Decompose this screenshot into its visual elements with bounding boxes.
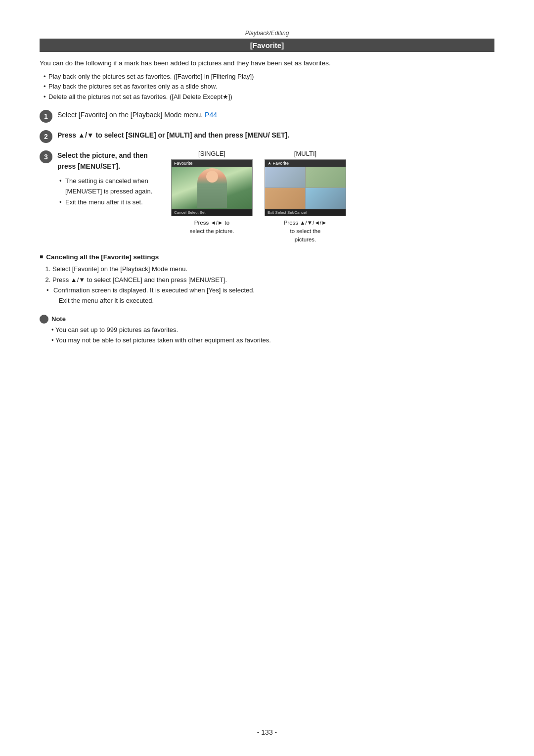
page-footer: - 133 - xyxy=(0,728,534,736)
step-3-content: Select the picture, and then press [MENU… xyxy=(57,150,494,244)
page-number: - 133 - xyxy=(257,728,277,736)
single-caption: Press ◄/► to select the picture. xyxy=(189,219,234,236)
note-icon xyxy=(40,315,48,324)
mini-photo-3 xyxy=(265,188,305,209)
multi-image-col: [MULTI] ★ Favorite xyxy=(265,150,346,244)
step-1-link[interactable]: P44 xyxy=(205,111,217,119)
intro-text: You can do the following if a mark has b… xyxy=(40,58,494,69)
intro-bullet-3: Delete all the pictures not set as favor… xyxy=(44,92,494,102)
step-3-images: [SINGLE] Favourite Cancel xyxy=(171,150,346,244)
step-1-number: 1 xyxy=(40,110,52,123)
step-2: 2 Press ▲/▼ to select [SINGLE] or [MULTI… xyxy=(40,130,494,143)
mini-photo-1 xyxy=(265,167,305,188)
canceling-step-1: Select [Favorite] on the [Playback] Mode… xyxy=(52,264,494,275)
canceling-section: Canceling all the [Favorite] settings Se… xyxy=(40,253,494,306)
canceling-sub-bullet: Confirmation screen is displayed. It is … xyxy=(40,285,494,306)
multi-img-area xyxy=(265,167,346,209)
multi-top-bar: ★ Favorite xyxy=(265,160,346,167)
note-bullet-2: • You may not be able to set pictures ta… xyxy=(51,335,271,346)
mini-photo-2 xyxy=(306,167,346,188)
page-content: Playback/Editing [Favorite] You can do t… xyxy=(0,0,534,385)
multi-bottom-bar: Exit Select Set/Cancel xyxy=(265,209,346,216)
step-1-text: Select [Favorite] on the [Playback] Mode… xyxy=(57,109,217,120)
step-3-sub-1: The setting is canceled when [MENU/SET] … xyxy=(57,176,156,197)
single-img-area xyxy=(172,167,252,209)
single-top-bar: Favourite xyxy=(172,160,252,167)
multi-caption: Press ▲/▼/◄/► to select the pictures. xyxy=(284,219,327,244)
step-3-desc: Select the picture, and then press [MENU… xyxy=(57,150,156,208)
step-3-sub-2: Exit the menu after it is set. xyxy=(57,197,156,208)
person-silhouette xyxy=(197,168,227,208)
step-3-title: Select the picture, and then press [MENU… xyxy=(57,150,156,172)
canceling-steps: Select [Favorite] on the [Playback] Mode… xyxy=(47,264,494,285)
multi-label: [MULTI] xyxy=(294,150,316,157)
person-head xyxy=(206,171,218,183)
single-screen: Favourite Cancel Select Set xyxy=(171,159,253,216)
step-3-number: 3 xyxy=(40,150,52,163)
note-bullet-1: • You can set up to 999 pictures as favo… xyxy=(51,325,271,335)
section-header: [Favorite] xyxy=(40,39,494,52)
note-section: Note • You can set up to 999 pictures as… xyxy=(40,314,494,346)
step-2-number: 2 xyxy=(40,130,52,143)
canceling-step-2: Press ▲/▼ to select [CANCEL] and then pr… xyxy=(52,275,494,285)
section-label: Playback/Editing xyxy=(40,30,494,37)
step-1: 1 Select [Favorite] on the [Playback] Mo… xyxy=(40,109,494,123)
step-3-wrapper: 3 Select the picture, and then press [ME… xyxy=(40,150,494,244)
step-2-text: Press ▲/▼ to select [SINGLE] or [MULTI] … xyxy=(57,130,289,141)
single-label: [SINGLE] xyxy=(198,150,225,157)
single-bottom-bar: Cancel Select Set xyxy=(172,209,252,216)
intro-bullets: Play back only the pictures set as favor… xyxy=(44,72,494,102)
note-content: Note • You can set up to 999 pictures as… xyxy=(51,314,271,346)
note-title: Note xyxy=(51,314,271,325)
single-image-col: [SINGLE] Favourite Cancel xyxy=(171,150,253,236)
intro-bullet-1: Play back only the pictures set as favor… xyxy=(44,72,494,82)
intro-bullet-2: Play back the pictures set as favorites … xyxy=(44,82,494,92)
canceling-header: Canceling all the [Favorite] settings xyxy=(40,253,494,261)
mini-photo-4 xyxy=(306,188,346,209)
multi-screen: ★ Favorite Exit Select Set/Cancel xyxy=(265,159,346,216)
